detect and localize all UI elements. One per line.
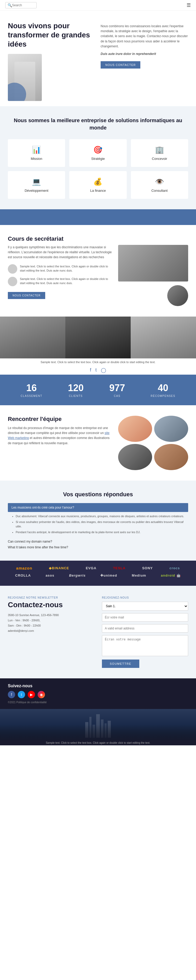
suivez-youtube-icon[interactable]: ▶ xyxy=(28,691,35,698)
logo-sony: SONY xyxy=(142,566,153,570)
stat-classement-label: CLASSEMENT xyxy=(21,395,42,398)
secretariat-title: Cours de secrétariat xyxy=(8,235,188,242)
contact-section: REJOIGNEZ NOTRE NEWSLETTER Contactez-nou… xyxy=(0,586,196,678)
rejoignez-label: REJOIGNEZ-NOUS xyxy=(102,596,188,599)
search-input[interactable] xyxy=(12,3,36,7)
review-2: Sample text. Click to select the text bo… xyxy=(8,277,113,286)
logo-android: android 🤖 xyxy=(161,573,181,578)
solutions-section: Nous sommes la meilleure entreprise de s… xyxy=(0,106,196,209)
stats-section: 16 CLASSEMENT 120 CLIENTS 977 CAS 40 RÉC… xyxy=(0,375,196,405)
gallery-img-3 xyxy=(131,317,196,358)
hero-quote: Duis aute irure dolor in reprehenderit xyxy=(101,51,188,57)
solutions-grid: 📊 Mission 🎯 Stratégie 🏢 Concevoir 💻 Déve… xyxy=(8,139,188,199)
gallery-caption: Sample text. Click to select the text bo… xyxy=(0,358,196,366)
logo-binance: ◆BINANCE xyxy=(49,566,69,570)
faq-title: Vos questions répondues xyxy=(8,491,188,498)
logos-section: amazon ◆BINANCE EVGA TESLA SONY crocs CR… xyxy=(0,561,196,586)
form-select[interactable]: Sain 1. xyxy=(102,602,188,611)
logo-evga: EVGA xyxy=(86,566,96,570)
review-avatar-1 xyxy=(8,264,17,274)
stat-clients: 120 CLIENTS xyxy=(68,382,84,398)
solution-card-developpement: 💻 Développement xyxy=(8,171,65,199)
instagram-icon[interactable]: ◯ xyxy=(101,367,106,373)
logo-tesla: TESLA xyxy=(113,566,126,570)
contact-title: Contactez-nous xyxy=(8,601,94,609)
gallery-img-1 xyxy=(0,317,65,358)
faq-answer-item-2: Si vous souhaitez présenter de l'audio, … xyxy=(16,520,188,529)
address-line3: Sam - Dim : 9h00 - 22h00 xyxy=(8,623,94,628)
stat-cas: 977 CAS xyxy=(109,382,125,398)
stat-classement-number: 16 xyxy=(21,382,42,393)
logo-bergwris: Bergwris xyxy=(69,573,86,578)
solution-card-finance: 💰 La finance xyxy=(69,171,126,199)
footer-caption: Sample text. Click to select the text bo… xyxy=(0,740,196,745)
facebook-icon[interactable]: f xyxy=(90,367,91,373)
team-description: Le résultat du processus d'image de marq… xyxy=(8,426,113,446)
team-photo-2 xyxy=(154,416,188,442)
gallery-img-2 xyxy=(65,317,131,358)
consultant-label: Consultant xyxy=(135,189,184,192)
developpement-icon: 💻 xyxy=(12,177,61,186)
gallery-section: Sample text. Click to select the text bo… xyxy=(0,317,196,375)
contact-address: 3580-10 Sunrise Avenue, 123-456-7890 Lun… xyxy=(8,613,94,633)
contact-inner: REJOIGNEZ NOTRE NEWSLETTER Contactez-nou… xyxy=(8,596,188,668)
faq-answer-item-1: Duc absolument. Vibecaf connecte aux mus… xyxy=(16,514,188,519)
secretariat-right xyxy=(118,245,188,306)
form-message-textarea[interactable] xyxy=(102,635,188,656)
secretariat-left: Il y a quelques symptômes les que les di… xyxy=(8,245,113,306)
review-1: Sample text. Click to select the text bo… xyxy=(8,264,113,274)
submit-button[interactable]: SOUMETTRE xyxy=(102,660,139,668)
logos-row-2: CROLLA asos Bergwris ✚unimed Medium andr… xyxy=(8,573,188,578)
suivez-twitter-icon[interactable]: t xyxy=(18,691,25,698)
review-avatar-2 xyxy=(8,277,17,286)
suivez-icons: f t ▶ ◉ xyxy=(8,691,188,698)
menu-icon[interactable]: ☰ xyxy=(187,2,191,8)
hero-left: Nous vivons pour transformer de grandes … xyxy=(8,21,101,101)
logo-crocs: crocs xyxy=(169,566,180,570)
logos-row-1: amazon ◆BINANCE EVGA TESLA SONY crocs xyxy=(8,566,188,570)
search-icon: 🔍 xyxy=(8,3,12,7)
twitter-icon[interactable]: t xyxy=(95,367,97,373)
form-name-input[interactable] xyxy=(102,613,188,622)
faq-question-2[interactable]: Can connect my domain name? xyxy=(8,540,188,543)
contact-left: REJOIGNEZ NOTRE NEWSLETTER Contactez-nou… xyxy=(8,596,94,668)
stat-recompenses: 40 RÉCOMPENSES xyxy=(151,382,175,398)
secretariat-cta-button[interactable]: NOUS CONTACTER xyxy=(8,292,45,299)
navigation: 🔍 ☰ xyxy=(0,0,196,11)
logo-asos: asos xyxy=(46,573,54,578)
stat-recompenses-label: RÉCOMPENSES xyxy=(151,395,175,398)
review-text-2: Sample text. Click to select the text bo… xyxy=(20,277,113,286)
mission-icon: 📊 xyxy=(12,145,61,154)
solution-card-mission: 📊 Mission xyxy=(8,139,65,167)
secretariat-section: Cours de secrétariat Il y a quelques sym… xyxy=(0,225,196,317)
copyright-text: ©2021 Politique de confidentialité xyxy=(8,701,188,704)
team-right xyxy=(118,416,188,470)
team-photo-4 xyxy=(154,444,188,470)
stat-classement: 16 CLASSEMENT xyxy=(21,382,42,398)
faq-question-3[interactable]: What It takes more time after the free t… xyxy=(8,546,188,549)
solutions-title: Nous sommes la meilleure entreprise de s… xyxy=(8,117,188,131)
secretariat-description: Il y a quelques symptômes les que les di… xyxy=(8,245,113,260)
hero-cta-button[interactable]: NOUS CONTACTER xyxy=(101,61,140,68)
suivez-section: Suivez-nous f t ▶ ◉ ©2021 Politique de c… xyxy=(0,678,196,709)
hero-description: Nous combinons les connaissances locales… xyxy=(101,24,188,49)
hero-right: Nous combinons les connaissances locales… xyxy=(101,21,188,68)
mission-label: Mission xyxy=(12,157,61,161)
developpement-label: Développement xyxy=(12,189,61,192)
form-email-input[interactable] xyxy=(102,624,188,633)
address-line2: Lun - Ven : 9h00 - 20h00, xyxy=(8,618,94,623)
hero-title: Nous vivons pour transformer de grandes … xyxy=(8,21,95,49)
newsletter-label: REJOIGNEZ NOTRE NEWSLETTER xyxy=(8,596,94,599)
suivez-facebook-icon[interactable]: f xyxy=(8,691,15,698)
secretariat-content: Il y a quelques symptômes les que les di… xyxy=(8,245,188,306)
hero-section: Nous vivons pour transformer de grandes … xyxy=(0,11,196,106)
search-bar[interactable]: 🔍 xyxy=(5,2,36,8)
stat-cas-number: 977 xyxy=(109,382,125,393)
faq-question-1[interactable]: Les musiciens ont-ils créé cela pour l'a… xyxy=(8,503,188,512)
finance-icon: 💰 xyxy=(73,177,122,186)
stat-recompenses-number: 40 xyxy=(151,382,175,393)
suivez-instagram-icon[interactable]: ◉ xyxy=(38,691,45,698)
gallery-images xyxy=(0,317,196,358)
stat-clients-number: 120 xyxy=(68,382,84,393)
social-icons: f t ◯ xyxy=(0,366,196,375)
